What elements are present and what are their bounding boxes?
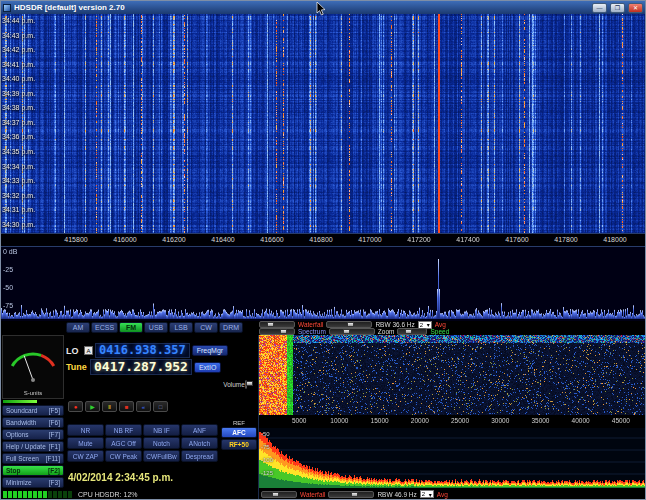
main-waterfall-display[interactable]: 34:44 p.m.34:43 p.m.34:42 p.m.34:41 p.m.… <box>1 14 645 233</box>
tune-frequency-display[interactable]: 0417.287.952 <box>90 359 192 375</box>
spectrum-gain-slider[interactable] <box>259 328 295 335</box>
frequency-scale-label: 418000 <box>603 236 626 243</box>
rf-rbw-value: RBW 46.9 Hz <box>377 491 416 498</box>
s-meter: S-units <box>2 335 64 399</box>
rewind-button[interactable]: « <box>136 401 151 412</box>
sidebar-button-key: [F2] <box>48 467 60 474</box>
open-button[interactable]: □ <box>153 401 168 412</box>
dsp-button-nr[interactable]: NR <box>67 424 104 436</box>
dsp-button-cwfullbw[interactable]: CWFullBw <box>143 450 180 462</box>
display-controls-top: Waterfall RBW 36.6 Hz 2▾ Avg Spectrum Zo… <box>259 321 644 335</box>
dsp-button-anf[interactable]: ANF <box>181 424 218 436</box>
maximize-button[interactable]: ❐ <box>610 3 625 13</box>
frequency-scale-label: 417400 <box>456 236 479 243</box>
frequency-scale-label: 416800 <box>309 236 332 243</box>
dsp-button-despread[interactable]: Despread <box>181 450 218 462</box>
dsp-button-cw-zap[interactable]: CW ZAP <box>67 450 104 462</box>
display-controls-bottom: Waterfall RBW 46.9 Hz 2▾ Avg <box>261 489 644 499</box>
rf-scale-label: 10000 <box>330 417 348 424</box>
dsp-button-anotch[interactable]: ANotch <box>181 437 218 449</box>
frequency-scale[interactable]: 4158004160004162004164004166004168004170… <box>1 233 645 246</box>
mode-button-drm[interactable]: DRM <box>219 322 243 333</box>
waterfall-contrast-slider[interactable] <box>326 321 372 328</box>
dsp-button-cw-peak[interactable]: CW Peak <box>105 450 142 462</box>
main-spectrum-display[interactable]: 0 dB-25-50-75 <box>1 246 645 321</box>
rf-scale-label: 30000 <box>491 417 509 424</box>
waterfall-time-label: 34:33 p.m. <box>2 177 35 184</box>
af-spectrum-display[interactable]: -50-75-100-125 <box>259 428 645 488</box>
waterfall-time-label: 34:39 p.m. <box>2 90 35 97</box>
afc-button[interactable]: AFC <box>221 427 257 438</box>
rf-waterfall-contrast-slider[interactable] <box>328 491 374 498</box>
control-panel: AMECSSFMUSBLSBCWDRM Waterfall RBW 36.6 H… <box>1 321 645 499</box>
dsp-button-notch[interactable]: Notch <box>143 437 180 449</box>
cpu-meter-segment <box>23 491 27 498</box>
cpu-status-text: CPU HDSDR: 12% <box>78 491 138 498</box>
speed-slider[interactable] <box>397 328 427 335</box>
mode-button-am[interactable]: AM <box>66 322 90 333</box>
waterfall-label: Waterfall <box>298 321 323 328</box>
spectrum-db-label: -25 <box>3 266 13 273</box>
rf-waterfall-label: Waterfall <box>300 491 325 498</box>
zoom-slider[interactable] <box>329 328 375 335</box>
cpu-meter-segment <box>68 491 72 498</box>
extio-button[interactable]: ExtIO <box>194 362 222 373</box>
sidebar-button-key: [F1] <box>49 443 60 450</box>
rf-scale-label: 20000 <box>411 417 429 424</box>
sidebar-button-help-update[interactable]: Help / Update[F1] <box>2 441 64 452</box>
freqmgr-button[interactable]: FreqMgr <box>192 345 228 356</box>
close-button[interactable]: ✕ <box>628 3 643 13</box>
waterfall-time-label: 34:44 p.m. <box>2 17 35 24</box>
waterfall-brightness-slider[interactable] <box>259 321 295 328</box>
waterfall-time-label: 34:38 p.m. <box>2 104 35 111</box>
sidebar-buttons: Soundcard[F5]Bandwidth[F6]Options[F7]Hel… <box>2 405 64 488</box>
avg-label: Avg <box>435 321 446 328</box>
cpu-meter-segment <box>58 491 62 498</box>
sidebar-button-options[interactable]: Options[F7] <box>2 429 64 440</box>
minimize-button[interactable]: — <box>592 3 607 13</box>
rf-waterfall-canvas[interactable] <box>259 335 646 415</box>
sidebar-button-full-screen[interactable]: Full Screen[F11] <box>2 453 64 464</box>
zoom-label: Zoom <box>378 328 395 335</box>
dsp-button-nb-if[interactable]: NB IF <box>143 424 180 436</box>
lo-frequency-display[interactable]: 0416.938.357 <box>95 343 190 358</box>
dsp-button-agc-off[interactable]: AGC Off <box>105 437 142 449</box>
lo-lock-indicator[interactable]: A <box>84 346 93 355</box>
waterfall-time-label: 34:40 p.m. <box>2 75 35 82</box>
dsp-button-nb-rf[interactable]: NB RF <box>105 424 142 436</box>
rf-waterfall-brightness-slider[interactable] <box>261 491 297 498</box>
waterfall-canvas[interactable] <box>1 14 645 233</box>
sidebar-button-key: [F7] <box>49 431 60 438</box>
stop-button[interactable]: ■ <box>119 401 134 412</box>
sidebar-button-label: Bandwidth <box>6 419 36 426</box>
sidebar-button-key: [F11] <box>46 455 60 462</box>
spectrum-canvas[interactable] <box>1 247 645 321</box>
rf-avg-dropdown[interactable]: 2▾ <box>420 490 434 498</box>
rf-frequency-scale[interactable]: 5000100001500020000250003000035000400004… <box>259 415 645 426</box>
pause-button[interactable]: Ⅱ <box>102 401 117 412</box>
app-icon <box>3 4 11 12</box>
mode-button-lsb[interactable]: LSB <box>169 322 193 333</box>
mode-button-usb[interactable]: USB <box>144 322 168 333</box>
mode-button-cw[interactable]: CW <box>194 322 218 333</box>
sidebar-button-label: Full Screen <box>6 455 39 462</box>
cpu-meter-segment <box>53 491 57 498</box>
waterfall-time-label: 34:31 p.m. <box>2 206 35 213</box>
mouse-cursor <box>316 2 326 16</box>
mode-button-fm[interactable]: FM <box>119 322 143 333</box>
datetime-display: 4/02/2014 2:34:45 p.m. <box>68 472 173 483</box>
mode-button-ecss[interactable]: ECSS <box>91 322 118 333</box>
rf-gain-button[interactable]: RF+50 <box>221 439 257 450</box>
play-button[interactable]: ▶ <box>85 401 100 412</box>
sidebar-button-bandwidth[interactable]: Bandwidth[F6] <box>2 417 64 428</box>
sidebar-button-label: Options <box>6 431 28 438</box>
volume-slider[interactable] <box>245 380 247 389</box>
volume-label: Volume <box>223 381 245 388</box>
dsp-button-mute[interactable]: Mute <box>67 437 104 449</box>
sidebar-button-minimize[interactable]: Minimize[F3] <box>2 477 64 488</box>
record-button[interactable]: ● <box>68 401 83 412</box>
s-meter-dial <box>3 336 63 388</box>
sidebar-button-soundcard[interactable]: Soundcard[F5] <box>2 405 64 416</box>
af-spectrum-canvas[interactable] <box>259 428 646 488</box>
sidebar-button-stop[interactable]: Stop[F2] <box>2 465 64 476</box>
